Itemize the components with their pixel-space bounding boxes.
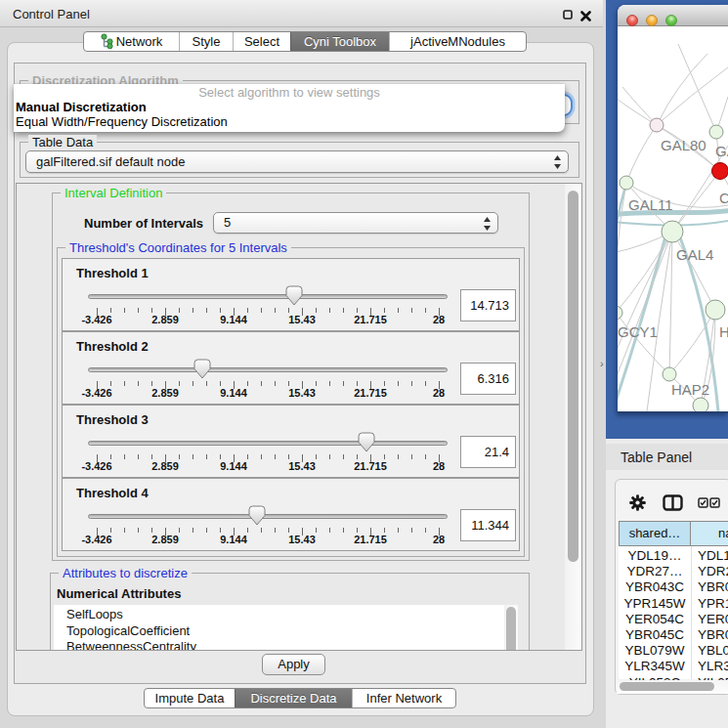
- svg-text:H: H: [719, 323, 728, 340]
- svg-text:GAL11: GAL11: [628, 196, 673, 213]
- svg-text:GCY1: GCY1: [618, 323, 658, 340]
- svg-text:GAL80: GAL80: [661, 137, 707, 153]
- svg-text:GAL4: GAL4: [676, 246, 713, 263]
- svg-text:HAP2: HAP2: [671, 381, 709, 398]
- svg-text:GA: GA: [715, 143, 728, 159]
- svg-text:C: C: [719, 190, 728, 206]
